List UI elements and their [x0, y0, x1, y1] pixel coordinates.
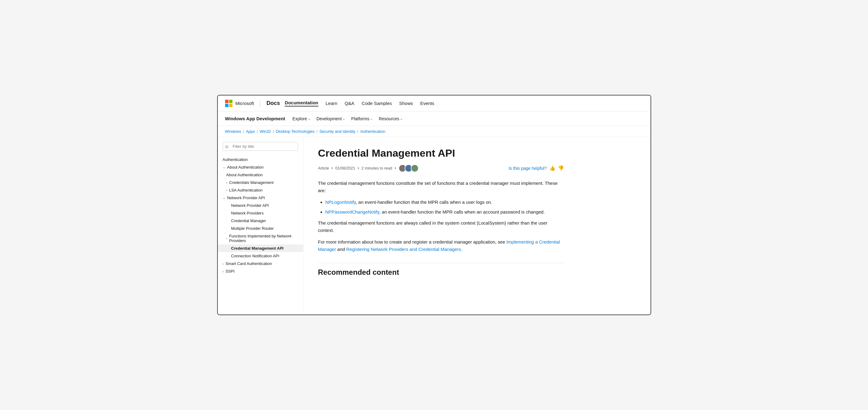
- breadcrumb-bar: Windows / Apps / Win32 / Desktop Technol…: [218, 126, 651, 137]
- logo-q4: [229, 104, 232, 107]
- expand-icon: ›: [223, 269, 224, 273]
- secondary-link-resources[interactable]: Resources ⌄: [376, 115, 405, 122]
- helpful-label: Is this page helpful?: [508, 166, 547, 171]
- sidebar-item-network-providers[interactable]: Network Providers: [218, 209, 303, 217]
- thumbs-up-icon[interactable]: 👍: [549, 165, 555, 171]
- bullet-1-text: , an event-handler function that the MPR…: [356, 200, 492, 205]
- nav-link-qa[interactable]: Q&A: [345, 101, 354, 106]
- context-paragraph: The credential management functions are …: [318, 219, 564, 234]
- sidebar-item-authentication[interactable]: Authentication: [218, 156, 303, 164]
- more-info-paragraph: For more information about how to create…: [318, 238, 564, 253]
- bullet-2-text: , an event-handler function the MPR call…: [379, 209, 545, 214]
- article-content: Credential Management API Article • 01/0…: [303, 137, 579, 315]
- nav-link-events[interactable]: Events: [420, 101, 434, 106]
- bullet-item-2: NPPasswordChangeNotify, an event-handler…: [326, 208, 564, 216]
- expand-icon: ›: [226, 181, 227, 184]
- chevron-down-icon: ⌄: [400, 117, 403, 120]
- expand-icon: ›: [226, 236, 227, 240]
- bc-sep-2: /: [257, 129, 258, 134]
- article-body: The credential management functions cons…: [318, 180, 564, 253]
- intro-paragraph: The credential management functions cons…: [318, 180, 564, 194]
- helpful-row: Is this page helpful? 👍 👎: [508, 165, 564, 171]
- article-meta: Article • 01/08/2021 • 2 minutes to read…: [318, 164, 564, 172]
- sidebar-item-credentials-mgmt[interactable]: › Credentials Management: [218, 179, 303, 186]
- chevron-down-icon: ⌄: [343, 117, 345, 120]
- logo-area: Microsoft Docs: [225, 100, 280, 107]
- nav-link-learn[interactable]: Learn: [326, 101, 337, 106]
- filter-input[interactable]: [223, 142, 298, 151]
- article-authors: [399, 164, 419, 172]
- nav-link-shows[interactable]: Shows: [399, 101, 413, 106]
- nav-link-documentation[interactable]: Documentation: [285, 100, 318, 107]
- more-info-suffix: .: [461, 246, 462, 252]
- sidebar-item-network-provider-api-toggle[interactable]: ⌄ Network Provider API: [218, 194, 303, 202]
- bc-win32[interactable]: Win32: [260, 129, 271, 134]
- top-nav: Microsoft Docs Documentation Learn Q&A C…: [218, 95, 651, 111]
- secondary-link-explore[interactable]: Explore ⌄: [290, 115, 313, 122]
- sidebar-item-credential-manager[interactable]: Credential Manager: [218, 217, 303, 225]
- article-read-time: 2 minutes to read: [362, 166, 392, 170]
- bullet-item-1: NPLogonNotify, an event-handler function…: [326, 199, 564, 206]
- nppasswordchangenotify-link[interactable]: NPPasswordChangeNotify: [326, 209, 379, 214]
- sidebar-item-credential-mgmt-api[interactable]: Credential Management API: [218, 244, 303, 252]
- secondary-link-development[interactable]: Development ⌄: [314, 115, 348, 122]
- article-title: Credential Management API: [318, 147, 564, 159]
- main-layout: ⊟ Authentication ⌄ About Authentication …: [218, 137, 651, 315]
- and-text: and: [336, 246, 346, 252]
- bc-security[interactable]: Security and Identity: [319, 129, 355, 134]
- bc-authentication[interactable]: Authentication: [360, 129, 385, 134]
- sidebar-item-functions-implemented[interactable]: › Functions Implemented by Network Provi…: [218, 232, 303, 244]
- collapse-icon: ⌄: [223, 165, 225, 169]
- sidebar-item-about-auth-toggle[interactable]: ⌄ About Authentication: [218, 164, 303, 171]
- bc-apps[interactable]: Apps: [246, 129, 255, 134]
- sidebar-item-network-provider-api[interactable]: Network Provider API: [218, 202, 303, 209]
- meta-dot-1: •: [332, 166, 333, 170]
- sidebar-item-about-auth[interactable]: About Authentication: [218, 171, 303, 179]
- more-info-prefix: For more information about how to create…: [318, 239, 506, 244]
- collapse-icon: ⌄: [223, 196, 225, 200]
- bc-sep-3: /: [273, 129, 274, 134]
- docs-label: Docs: [267, 100, 280, 107]
- expand-icon: ›: [223, 262, 224, 266]
- article-type: Article: [318, 166, 329, 170]
- bc-sep-1: /: [243, 129, 244, 134]
- secondary-brand: Windows App Development: [225, 116, 285, 121]
- filter-icon: ⊟: [225, 144, 228, 149]
- microsoft-logo: [225, 100, 232, 107]
- bullet-list: NPLogonNotify, an event-handler function…: [326, 199, 564, 216]
- logo-q1: [225, 100, 228, 103]
- bc-windows[interactable]: Windows: [225, 129, 241, 134]
- chevron-down-icon: ⌄: [308, 117, 310, 120]
- article-date: 01/08/2021: [335, 166, 355, 170]
- main-window: Microsoft Docs Documentation Learn Q&A C…: [217, 95, 651, 315]
- sidebar-item-multiple-provider-router[interactable]: Multiple Provider Router: [218, 225, 303, 232]
- sidebar-item-sspi[interactable]: › SSPI: [218, 267, 303, 275]
- bc-sep-5: /: [357, 129, 359, 134]
- sidebar-item-lsa-auth[interactable]: › LSA Authentication: [218, 186, 303, 194]
- top-nav-links: Documentation Learn Q&A Code Samples Sho…: [285, 100, 434, 107]
- nplogonnotify-link[interactable]: NPLogonNotify: [326, 200, 356, 205]
- filter-box: ⊟: [223, 142, 298, 151]
- secondary-link-platforms[interactable]: Platforms ⌄: [349, 115, 375, 122]
- bc-sep-4: /: [316, 129, 318, 134]
- avatar-3: [411, 164, 419, 172]
- sidebar: ⊟ Authentication ⌄ About Authentication …: [218, 137, 303, 315]
- nav-link-code-samples[interactable]: Code Samples: [362, 101, 392, 106]
- logo-q2: [229, 100, 232, 103]
- bc-desktop[interactable]: Desktop Technologies: [276, 129, 315, 134]
- secondary-nav: Windows App Development Explore ⌄ Develo…: [218, 111, 651, 126]
- sidebar-item-smart-card-auth[interactable]: › Smart Card Authentication: [218, 260, 303, 267]
- chevron-down-icon: ⌄: [370, 117, 373, 120]
- expand-icon: ›: [226, 188, 227, 192]
- thumbs-down-icon[interactable]: 👎: [558, 165, 564, 171]
- registering-link[interactable]: Registering Network Providers and Creden…: [346, 246, 461, 252]
- recommended-title: Recommended content: [318, 268, 564, 276]
- meta-dot-3: •: [395, 166, 396, 170]
- sidebar-item-connection-notification-api[interactable]: Connection Notification API: [218, 252, 303, 260]
- logo-q3: [225, 104, 228, 107]
- meta-dot-2: •: [358, 166, 359, 170]
- breadcrumb: Windows / Apps / Win32 / Desktop Technol…: [225, 129, 643, 134]
- brand-name: Microsoft: [236, 101, 254, 106]
